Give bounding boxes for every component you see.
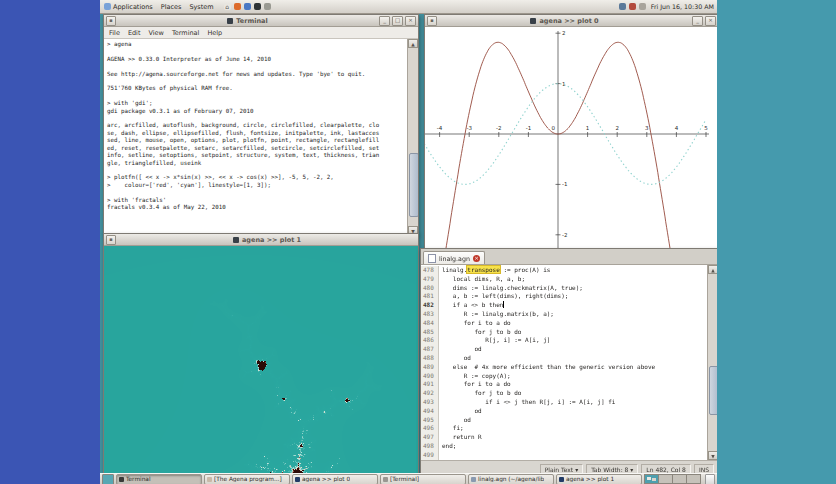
plot0-titlebar[interactable]: ▪ agena >> plot 0 _ × (425, 15, 717, 27)
line-number: 493 (421, 398, 439, 407)
editor-scrollbar[interactable]: ▲ ▼ (707, 265, 717, 460)
menu-file[interactable]: File (109, 29, 120, 37)
home-icon[interactable]: ⌂ (224, 3, 231, 10)
terminal-launcher-icon[interactable] (254, 3, 261, 10)
scroll-up-icon[interactable]: ▲ (408, 39, 418, 48)
maximize-button[interactable]: □ (392, 16, 403, 26)
window-menu-button[interactable]: ▪ (427, 16, 437, 26)
menu-help[interactable]: Help (207, 29, 222, 37)
code-line: 493 if i <> j then R[j, i] := A[i, j] fi (421, 398, 707, 407)
taskbar-item[interactable]: [Terminal] (380, 474, 466, 484)
workspace-2[interactable] (659, 475, 673, 483)
tab-linalg-agn[interactable]: linalg.agn × (423, 251, 485, 264)
terminal-scrollbar[interactable]: ▲ ▼ (407, 39, 418, 235)
line-text: fi; (439, 424, 464, 433)
workspace-3[interactable] (673, 475, 687, 483)
scroll-up-icon[interactable]: ▲ (708, 265, 717, 274)
workspace-4[interactable] (687, 475, 700, 483)
taskbar-item[interactable]: linalg.agn (~/agena/lib (468, 474, 554, 484)
taskbar-item[interactable]: agena >> plot 0 (292, 474, 378, 484)
svg-text:4: 4 (675, 125, 679, 131)
menu-edit[interactable]: Edit (128, 29, 141, 37)
network-icon[interactable] (619, 3, 626, 10)
minimize-button[interactable]: _ (379, 16, 390, 26)
line-number: 490 (421, 372, 439, 381)
terminal-line: AGENA >> 0.33.0 Interpreter as of June 1… (107, 56, 406, 63)
terminal-line: 751'760 KBytes of physical RAM free. (107, 85, 406, 92)
line-number: 489 (421, 363, 439, 372)
code-text: od (442, 407, 482, 414)
terminal-line: fractals v0.3.4 as of May 22, 2010 (107, 204, 406, 211)
applications-menu[interactable]: Applications (100, 0, 157, 13)
plot-icon (295, 477, 300, 482)
package-icon[interactable] (264, 3, 271, 10)
terminal-line: > colour=['red', 'cyan'], linestyle=[1, … (107, 182, 406, 189)
taskbar-item[interactable]: agena >> plot 1 (556, 474, 642, 484)
code-line: 492 for j to b do (421, 389, 707, 398)
update-notifier-icon[interactable] (629, 3, 636, 10)
svg-text:2: 2 (562, 30, 566, 36)
text-cursor (503, 301, 504, 308)
code-line: 487 od (421, 345, 707, 354)
terminal-line: See http://agena.sourceforge.net for new… (107, 71, 406, 78)
taskbar-item[interactable]: Terminal (116, 474, 202, 484)
editor-body[interactable]: 478linalg.transpose := proc(A) is479 loc… (421, 265, 717, 460)
window-menu-button[interactable]: ▪ (106, 235, 116, 245)
menu-terminal[interactable]: Terminal (172, 29, 199, 37)
terminal-body[interactable]: > agena AGENA >> 0.33.0 Interpreter as o… (104, 39, 418, 235)
code-line: 483 R := linalg.matrix(b, a); (421, 310, 707, 319)
line-text: R[j, i] := A[i, j] (439, 336, 550, 345)
code-text: a, b := left(dims), right(dims); (442, 292, 568, 299)
scrollbar-thumb[interactable] (709, 366, 717, 415)
terminal-line (107, 48, 406, 55)
code-text: for i to a do (442, 319, 511, 326)
line-number: 481 (421, 292, 439, 301)
terminal-line: arc, arcfilled, autoflush, background, c… (107, 122, 406, 129)
svg-text:1: 1 (586, 125, 590, 131)
browser-icon (207, 477, 212, 482)
terminal-title: Terminal (118, 17, 377, 25)
terminal-titlebar[interactable]: ▪ Terminal _ □ × (104, 15, 418, 27)
places-menu[interactable]: Places (157, 0, 186, 13)
code-line: 497 return R (421, 433, 707, 442)
plot1-titlebar[interactable]: ▪ agena >> plot 1 (104, 234, 418, 246)
line-number: 480 (421, 284, 439, 293)
code-line: 496 fi; (421, 424, 707, 433)
line-number: 483 (421, 310, 439, 319)
trash-icon[interactable] (705, 474, 715, 484)
line-text: for i to a do (439, 380, 511, 389)
code-text: for i to a do (442, 380, 511, 387)
close-button[interactable]: × (405, 16, 416, 26)
scroll-down-icon[interactable]: ▼ (708, 451, 717, 460)
minimize-button[interactable]: _ (692, 16, 703, 26)
chevron-down-icon: ▾ (630, 466, 633, 473)
web-browser-icon[interactable] (244, 3, 251, 10)
applications-menu-icon (104, 3, 111, 10)
line-text: for j to b do (439, 389, 521, 398)
code-text: local dims, R, a, b; (442, 275, 525, 282)
code-text: od (442, 416, 471, 423)
clock[interactable]: Fri Jun 16, 10:30 AM (649, 3, 714, 10)
menu-view[interactable]: View (148, 29, 163, 37)
desktop: ApplicationsPlacesSystem ⌂ Fri Jun 16, 1… (100, 0, 717, 484)
line-number: 492 (421, 389, 439, 398)
line-number: 484 (421, 319, 439, 328)
volume-icon[interactable] (639, 3, 646, 10)
search-highlight: transpose (467, 266, 500, 273)
close-button[interactable]: × (705, 16, 716, 26)
workspace-switcher[interactable] (644, 474, 701, 484)
window-menu-button[interactable]: ▪ (106, 16, 116, 26)
workspace-1[interactable] (645, 475, 659, 483)
firefox-icon[interactable] (234, 3, 241, 10)
taskbar-item-label: Terminal (126, 476, 151, 482)
code-text: end; (442, 442, 456, 449)
terminal-line (107, 115, 406, 122)
terminal-line (107, 93, 406, 100)
show-desktop-button[interactable] (102, 474, 114, 484)
scrollbar-thumb[interactable] (409, 153, 418, 218)
taskbar-item[interactable]: [The Agena program...] (204, 474, 290, 484)
terminal-line: > agena (107, 41, 406, 48)
code-line: 489 else # 4x more efficient than the ge… (421, 363, 707, 372)
tab-close-icon[interactable]: × (473, 255, 480, 262)
system-menu[interactable]: System (185, 0, 217, 13)
